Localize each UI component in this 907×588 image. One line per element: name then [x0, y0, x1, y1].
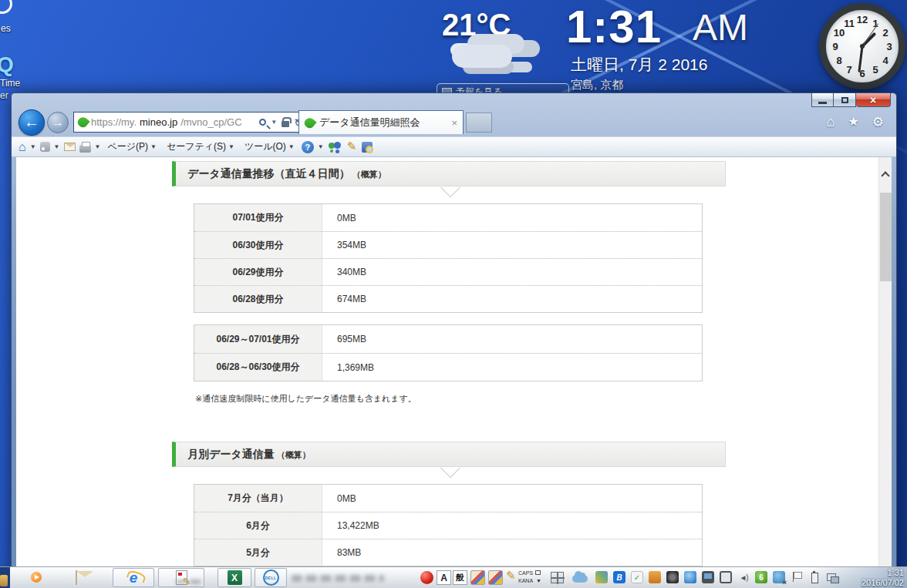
scrollbar-thumb[interactable] — [880, 193, 892, 281]
desktop-icon-label: es — [1, 23, 11, 34]
print-dropdown-icon[interactable]: ▼ — [95, 143, 101, 150]
section-header-recent-usage: データ通信量推移（直近４日間） （概算） — [172, 161, 726, 186]
utility-tray-icon[interactable] — [595, 571, 608, 583]
row-label: 06/28～06/30使用分 — [194, 354, 322, 381]
desktop-icon-partial[interactable] — [0, 0, 12, 14]
action-center-flag-icon[interactable] — [791, 571, 803, 583]
blog-pen-addon-icon[interactable] — [346, 142, 358, 153]
scroll-up-icon[interactable] — [881, 171, 889, 180]
clock-gadget-date: 土曜日, 7月 2 2016 — [571, 54, 707, 76]
page-menu[interactable]: ページ(P) ▼ — [104, 139, 159, 155]
network-globe-icon[interactable] — [773, 571, 785, 583]
address-bar[interactable]: https://my.mineo.jp/mvno_cp/GC ▼ — [73, 112, 308, 133]
table-row: 06/28使用分 674MB — [194, 285, 702, 312]
weather-temperature: 21°C — [442, 8, 511, 42]
home-menu-icon[interactable] — [19, 140, 26, 154]
clock-numeral: 5 — [872, 64, 878, 76]
row-label: 06/29～07/01使用分 — [194, 325, 322, 353]
minimize-button[interactable] — [811, 93, 834, 107]
clock-numeral: 12 — [857, 14, 868, 25]
clock-numeral: 2 — [882, 27, 888, 39]
ime-general-mode[interactable]: 般 — [453, 570, 467, 585]
feed-dropdown-icon[interactable]: ▼ — [54, 143, 60, 150]
vertical-scrollbar[interactable] — [878, 157, 892, 587]
taskbar-memo-button[interactable] — [158, 568, 204, 587]
row-value: 0MB — [322, 485, 702, 512]
search-icon[interactable] — [259, 119, 266, 126]
taskbar-ie-button[interactable]: e — [113, 568, 154, 587]
analog-clock-gadget: 12 1 2 3 4 5 6 7 8 9 10 11 — [819, 3, 905, 89]
home-icon[interactable] — [827, 114, 835, 130]
bluetooth-icon[interactable] — [613, 571, 625, 583]
webcam-tray-icon[interactable] — [666, 571, 679, 583]
taskbar-clock[interactable]: 1:31 2016/07/02 — [861, 568, 904, 588]
new-tab-button[interactable] — [466, 113, 492, 133]
tab-close-icon[interactable] — [451, 117, 457, 129]
quicktime-icon[interactable]: Q — [0, 52, 14, 77]
chevron-down-icon: ▼ — [536, 578, 541, 583]
network-connection-icon[interactable] — [826, 571, 838, 583]
research-addon-icon[interactable] — [362, 142, 373, 153]
battery-icon[interactable] — [808, 571, 821, 583]
read-mail-icon[interactable] — [64, 143, 76, 151]
back-button[interactable] — [19, 109, 45, 136]
ime-pad-icon[interactable] — [488, 570, 503, 585]
ime-alpha-mode[interactable]: A — [437, 570, 451, 585]
table-row: 5月分 83MB — [194, 539, 702, 566]
messenger-addon-icon[interactable] — [328, 142, 342, 153]
excel-icon — [228, 570, 242, 585]
maximize-button[interactable] — [834, 93, 856, 107]
desktop: es Q Time er 21°C 予報を見る 1:31 AM 土曜日, 7月 … — [0, 0, 907, 588]
safety-menu[interactable]: セーフティ(S) ▼ — [164, 139, 238, 155]
close-button[interactable] — [856, 93, 891, 107]
ime-caps-kana-indicator[interactable]: CAPS KANA▼ — [518, 570, 541, 585]
lock-icon[interactable] — [282, 121, 289, 127]
clock-second-hand — [862, 23, 878, 46]
monitor-tray-icon[interactable] — [720, 571, 732, 583]
row-label: 06/30使用分 — [194, 232, 322, 258]
home-dropdown-icon[interactable]: ▼ — [30, 143, 36, 150]
display-utility-icon[interactable] — [702, 571, 714, 583]
row-value: 13,422MB — [322, 512, 702, 539]
safety-menu-label: セーフティ(S) — [167, 140, 226, 153]
sync-tray-icon[interactable] — [684, 571, 696, 583]
address-bar-icons: ▼ — [259, 116, 303, 129]
help-dropdown-icon[interactable]: ▼ — [318, 143, 324, 150]
antivirus-badge-icon[interactable]: 6 — [755, 571, 767, 583]
mail-app-icon[interactable] — [76, 570, 77, 585]
partial-app-icon[interactable] — [0, 575, 8, 586]
browser-tab[interactable]: データ通信量明細照会 — [298, 110, 464, 134]
clock-gadget-meridiem: AM — [693, 6, 748, 49]
table-row: 06/29～07/01使用分 695MB — [194, 325, 702, 353]
rss-feed-icon[interactable] — [40, 142, 50, 152]
url-domain: mineo.jp — [140, 116, 177, 128]
favorites-icon[interactable] — [848, 114, 858, 130]
address-dropdown-icon[interactable]: ▼ — [271, 119, 277, 126]
onedrive-cloud-icon[interactable] — [572, 575, 588, 583]
clock-numeral: 10 — [834, 27, 845, 39]
dell-icon: DELL — [263, 570, 279, 586]
cloud-icon — [452, 45, 512, 68]
blurred-task-label — [292, 575, 384, 582]
browser-toolbar-icons — [827, 114, 884, 130]
forward-button[interactable] — [47, 112, 69, 133]
ime-status-icon[interactable] — [420, 571, 433, 584]
ime-toolbox-icon[interactable] — [470, 570, 485, 585]
taskbar-time: 1:31 — [888, 568, 904, 577]
page-content: データ通信量推移（直近４日間） （概算） 07/01使用分 0MB 06/30使… — [16, 157, 892, 587]
row-value: 1,369MB — [322, 354, 702, 381]
clock-gadget-time: 1:31 — [566, 0, 662, 53]
update-ok-icon[interactable] — [631, 571, 643, 583]
backup-tray-icon[interactable] — [649, 571, 661, 583]
print-icon[interactable] — [79, 145, 91, 153]
volume-icon[interactable] — [737, 571, 750, 583]
table-row: 6月分 13,422MB — [194, 512, 702, 539]
settings-icon[interactable] — [872, 114, 884, 130]
help-icon[interactable] — [302, 141, 314, 153]
windows-flag-icon[interactable] — [551, 572, 564, 583]
tools-menu[interactable]: ツール(O) ▼ — [241, 139, 298, 155]
taskbar-excel-button[interactable] — [217, 568, 251, 587]
row-label: 06/29使用分 — [194, 259, 322, 285]
taskbar-dell-button[interactable]: DELL — [255, 568, 287, 587]
ime-pen-icon[interactable] — [506, 569, 516, 583]
